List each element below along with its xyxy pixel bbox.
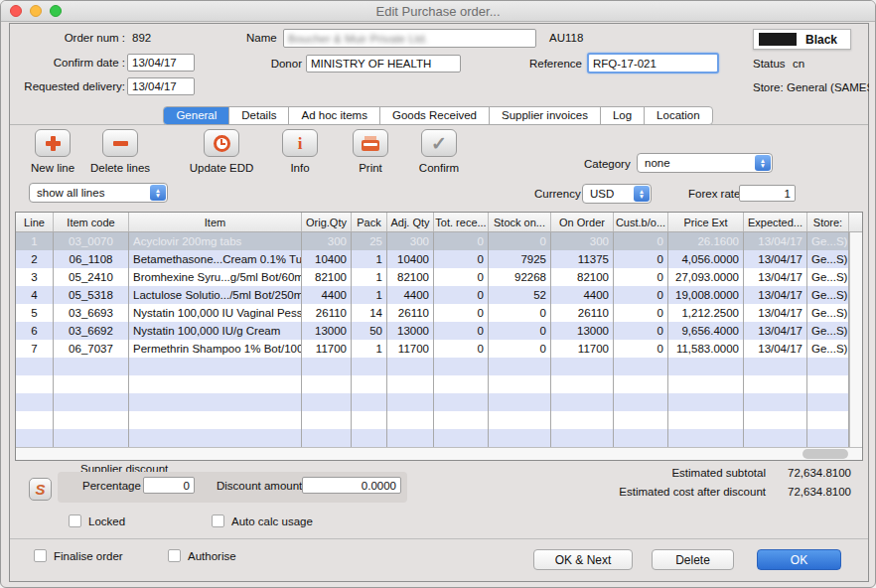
cell-tot_received: 0 bbox=[434, 286, 489, 304]
scrollbar-thumb[interactable] bbox=[803, 449, 848, 459]
zoom-window-icon[interactable] bbox=[50, 5, 62, 17]
cell-adj_qty bbox=[387, 393, 434, 411]
title-bar[interactable]: Edit Purchase order... bbox=[1, 1, 875, 22]
cell-pack: 1 bbox=[352, 286, 387, 304]
cell-pack: 25 bbox=[352, 232, 387, 250]
cell-line: 4 bbox=[16, 286, 54, 304]
vertical-scrollbar[interactable] bbox=[849, 232, 862, 447]
cell-orig_qty: 4400 bbox=[302, 286, 352, 304]
column-header[interactable]: Tot. rece... bbox=[434, 213, 489, 231]
cell-item_code: 03_0070 bbox=[54, 232, 129, 250]
table-row[interactable]: 706_7037Permethrin Shampoo 1% Bot/100ml1… bbox=[16, 340, 862, 358]
column-header[interactable]: Line bbox=[16, 213, 54, 231]
cell-pack bbox=[352, 393, 387, 411]
donor-input[interactable]: MINISTRY OF HEALTH bbox=[306, 55, 461, 73]
table-row[interactable]: 503_6693Nystatin 100,000 IU Vaginal Pess… bbox=[16, 304, 862, 322]
cell-item_code bbox=[54, 393, 129, 411]
table-row[interactable]: 603_6692Nystatin 100,000 IU/g Cream13000… bbox=[16, 322, 862, 340]
colour-popup[interactable]: Black bbox=[753, 29, 851, 50]
forex-rate-label: Forex rate bbox=[688, 188, 740, 200]
column-header[interactable]: Stock on... bbox=[489, 213, 551, 231]
tab-details[interactable]: Details bbox=[229, 107, 289, 124]
column-header[interactable]: Cust.b/o... bbox=[614, 213, 668, 231]
column-header[interactable]: Store: bbox=[807, 213, 849, 231]
cell-price_ext bbox=[668, 393, 744, 411]
column-header[interactable]: Item code bbox=[54, 213, 129, 231]
cell-on_order: 4400 bbox=[551, 286, 614, 304]
confirm-label: Confirm bbox=[419, 162, 459, 174]
tab-location[interactable]: Location bbox=[645, 107, 711, 124]
cell-adj_qty: 82100 bbox=[387, 268, 434, 286]
authorise-checkbox[interactable] bbox=[168, 549, 181, 562]
name-input[interactable]: Boucher & Muir Private Ltd. bbox=[283, 29, 536, 48]
cell-item_code bbox=[54, 429, 129, 447]
table-row[interactable]: 206_1108Betamethasone...Cream 0.1% Tube1… bbox=[16, 250, 862, 268]
cell-store bbox=[807, 375, 849, 393]
horizontal-scrollbar[interactable] bbox=[16, 447, 862, 460]
tab-ad-hoc-items[interactable]: Ad hoc items bbox=[289, 107, 379, 124]
requested-delivery-input[interactable]: 13/04/17 bbox=[127, 77, 195, 95]
confirm-date-input[interactable]: 13/04/17 bbox=[127, 54, 195, 72]
colour-name: Black bbox=[805, 33, 837, 47]
empty-table-row[interactable] bbox=[16, 429, 862, 447]
cell-orig_qty bbox=[302, 375, 352, 393]
cell-price_ext: 19,008.0000 bbox=[668, 286, 744, 304]
tab-general[interactable]: General bbox=[164, 107, 229, 124]
cell-item_code bbox=[54, 375, 129, 393]
footer-divider bbox=[10, 538, 868, 539]
column-header[interactable]: Expected... bbox=[744, 213, 807, 231]
discount-amount-input[interactable]: 0.0000 bbox=[302, 477, 401, 494]
cell-expected bbox=[744, 411, 807, 429]
ok-button[interactable]: OK bbox=[757, 549, 841, 570]
cell-tot_received bbox=[434, 429, 489, 447]
cell-price_ext: 26.1600 bbox=[668, 232, 744, 250]
estimated-subtotal-label: Estimated subtotal bbox=[567, 467, 766, 479]
cell-expected: 13/04/17 bbox=[744, 304, 807, 322]
cell-pack: 1 bbox=[352, 268, 387, 286]
confirm-button[interactable]: ✓ Confirm bbox=[393, 129, 485, 174]
empty-table-row[interactable] bbox=[16, 411, 862, 429]
locked-checkbox[interactable] bbox=[69, 514, 81, 527]
auto-calc-usage-checkbox[interactable] bbox=[212, 514, 224, 527]
cell-item_code bbox=[54, 358, 129, 375]
tab-log[interactable]: Log bbox=[601, 107, 645, 124]
empty-table-row[interactable] bbox=[16, 393, 862, 411]
currency-dropdown[interactable]: USD ▲▼ bbox=[582, 184, 652, 204]
tab-supplier-invoices[interactable]: Supplier invoices bbox=[490, 107, 601, 124]
column-header[interactable]: On Order bbox=[551, 213, 614, 231]
cell-line bbox=[16, 375, 54, 393]
category-dropdown[interactable]: none ▲▼ bbox=[637, 153, 773, 173]
reference-input[interactable]: RFQ-17-021 bbox=[587, 53, 719, 74]
column-header[interactable]: Adj. Qty bbox=[387, 213, 434, 231]
forex-rate-input[interactable]: 1 bbox=[739, 185, 796, 202]
empty-table-row[interactable] bbox=[16, 358, 862, 375]
column-header[interactable]: Item bbox=[129, 213, 302, 231]
finalise-order-checkbox[interactable] bbox=[34, 549, 47, 562]
table-row[interactable]: 103_0070Acyclovir 200mg tabs300253000030… bbox=[16, 232, 862, 250]
chevron-up-down-icon: ▲▼ bbox=[150, 185, 166, 201]
column-header[interactable]: Price Ext bbox=[668, 213, 744, 231]
column-header[interactable]: Orig.Qty bbox=[302, 213, 352, 231]
table-row[interactable]: 405_5318Lactulose Solutio.../5ml Bot/250… bbox=[16, 286, 862, 304]
empty-table-row[interactable] bbox=[16, 375, 862, 393]
cell-stock_on_hand bbox=[489, 358, 551, 375]
delete-lines-button[interactable]: Delete lines bbox=[74, 129, 166, 174]
ok-next-button[interactable]: OK & Next bbox=[533, 549, 633, 570]
line-filter-dropdown[interactable]: show all lines ▲▼ bbox=[29, 183, 168, 203]
table-row[interactable]: 305_2410Bromhexine Syru...g/5ml Bot/60ml… bbox=[16, 268, 862, 286]
cell-tot_received bbox=[434, 358, 489, 375]
close-window-icon[interactable] bbox=[10, 5, 22, 17]
minimize-window-icon[interactable] bbox=[30, 5, 42, 17]
column-header[interactable]: Pack bbox=[352, 213, 387, 231]
delete-button[interactable]: Delete bbox=[652, 549, 734, 570]
cell-cust_backorder: 0 bbox=[614, 340, 668, 358]
cell-orig_qty: 26110 bbox=[302, 304, 352, 322]
percentage-input[interactable]: 0 bbox=[143, 477, 195, 494]
cell-expected: 13/04/17 bbox=[744, 340, 807, 358]
cell-line bbox=[16, 411, 54, 429]
cell-item bbox=[129, 358, 302, 375]
estimated-subtotal-value: 72,634.8100 bbox=[752, 467, 851, 479]
cell-expected bbox=[744, 393, 807, 411]
recalculate-button[interactable]: S bbox=[29, 478, 52, 501]
tab-goods-received[interactable]: Goods Received bbox=[380, 107, 490, 124]
